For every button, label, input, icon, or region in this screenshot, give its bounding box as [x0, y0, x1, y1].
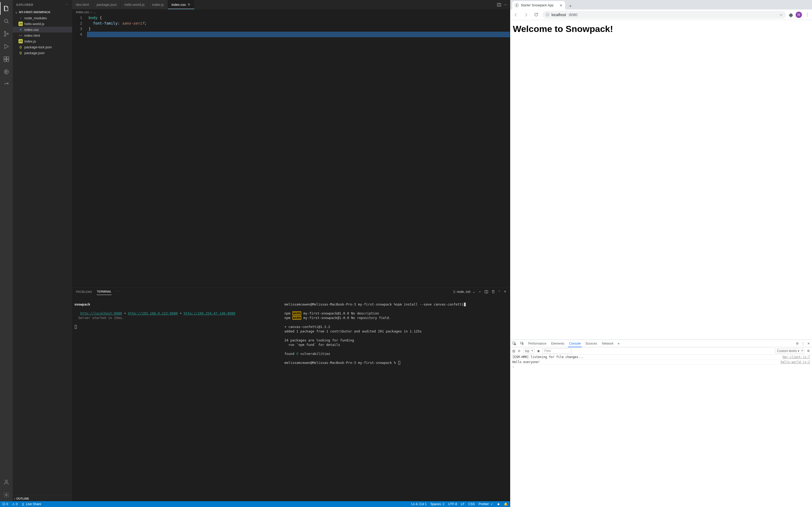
- term-text: npm: [285, 316, 292, 320]
- new-terminal-icon[interactable]: ＋: [478, 290, 481, 294]
- activity-account-icon[interactable]: [0, 476, 13, 489]
- status-lang[interactable]: CSS: [468, 502, 475, 506]
- terminal-link[interactable]: http://localhost:8080: [80, 311, 122, 315]
- devtools-settings-icon[interactable]: ⚙: [796, 342, 799, 345]
- term-text: added 1 package from 1 contributor and a…: [285, 329, 421, 333]
- status-feedback-icon[interactable]: ☻: [497, 502, 500, 506]
- chevron-down-icon: ⌄: [14, 11, 18, 14]
- devtools-tab-sources[interactable]: Sources: [585, 342, 598, 345]
- activity-run-icon[interactable]: [0, 40, 13, 53]
- panel-tabs: PROBLEMS TERMINAL ⋯ 1: node, zsh ⌄ ＋ ⌃ ✕: [72, 288, 510, 296]
- file-tree-item[interactable]: {}package.json: [13, 50, 72, 56]
- file-tree-item[interactable]: ›node_modules: [13, 15, 72, 21]
- outline-section[interactable]: › OUTLINE: [13, 495, 72, 501]
- editor-tab[interactable]: dex.html: [72, 0, 93, 9]
- terminal-selector[interactable]: 1: node, zsh ⌄: [453, 290, 475, 294]
- code-editor[interactable]: 1234 body { font-family: sans-serif;}: [72, 15, 510, 287]
- panel-tab-terminal[interactable]: TERMINAL: [97, 290, 111, 295]
- console-source-link[interactable]: hello-world.js:2: [780, 360, 810, 364]
- file-tree-item[interactable]: <>index.html: [13, 33, 72, 38]
- breadcrumb[interactable]: index.css › ...: [72, 9, 510, 15]
- editor-tab[interactable]: hello-world.js: [121, 0, 149, 9]
- reload-button[interactable]: [532, 11, 540, 18]
- devtools-close-icon[interactable]: ✕: [807, 342, 810, 345]
- explorer-more-icon[interactable]: ⋯: [65, 3, 69, 6]
- activity-extra1-icon[interactable]: [0, 65, 13, 78]
- file-tree-item[interactable]: JShello-world.js: [13, 21, 72, 27]
- console-levels-select[interactable]: Custom levels ▾: [775, 349, 804, 353]
- bookmark-icon[interactable]: ☆: [779, 13, 783, 17]
- console-clear-icon[interactable]: ⊘: [518, 349, 520, 353]
- file-tree-item[interactable]: #index.css: [13, 27, 72, 33]
- panel-tab-problems[interactable]: PROBLEMS: [76, 290, 92, 295]
- console-sidebar-toggle-icon[interactable]: ▤: [512, 349, 515, 353]
- terminal-body[interactable]: snowpack http://localhost:8080 • http://…: [72, 296, 510, 501]
- status-liveshare[interactable]: Live Share: [21, 502, 41, 506]
- activity-explorer-icon[interactable]: [0, 2, 13, 15]
- status-prettier[interactable]: Prettier: ✓: [478, 502, 493, 506]
- activity-extra2-icon[interactable]: [0, 78, 13, 91]
- editor-tab[interactable]: index.css✕: [168, 0, 195, 9]
- terminal-link[interactable]: http://192.168.0.122:8080: [128, 311, 177, 315]
- console-toolbar: ▤ ⊘ top ◉ Filter Custom levels ▾ ⚙: [510, 347, 812, 355]
- console-prompt[interactable]: ›: [510, 365, 812, 370]
- editor-tab[interactable]: index.js: [149, 0, 168, 9]
- device-toggle-icon[interactable]: [520, 341, 524, 345]
- devtools-more-tabs-icon[interactable]: »: [618, 342, 620, 345]
- devtools-tab-elements[interactable]: Elements: [551, 342, 565, 345]
- devtools-tab-performance[interactable]: Performance: [527, 342, 547, 345]
- console-context-select[interactable]: top: [523, 349, 535, 353]
- split-editor-icon[interactable]: [497, 3, 501, 7]
- close-tab-icon[interactable]: ✕: [188, 2, 191, 7]
- forward-button[interactable]: [522, 11, 530, 18]
- console-settings-icon[interactable]: ⚙: [807, 349, 810, 353]
- site-info-icon[interactable]: ⓘ: [546, 12, 549, 17]
- activity-settings-icon[interactable]: [0, 489, 13, 501]
- tabbar-actions: ⋯: [494, 0, 510, 9]
- chrome-tab[interactable]: Starter Snowpack App ✕: [512, 1, 565, 9]
- devtools-tab-network[interactable]: Network: [601, 342, 614, 345]
- chrome-menu-icon[interactable]: ⋮: [805, 12, 810, 17]
- terminal-link[interactable]: http://169.254.47.146:8080: [184, 311, 236, 315]
- extensions-icon[interactable]: [789, 13, 793, 17]
- console-live-icon[interactable]: ◉: [537, 349, 540, 353]
- close-panel-icon[interactable]: ✕: [504, 290, 506, 293]
- more-actions-icon[interactable]: ⋯: [504, 3, 507, 7]
- status-errors[interactable]: ⓧ 0: [2, 502, 8, 506]
- project-root[interactable]: ⌄ MY-FIRST-SNOWPACK: [13, 9, 72, 15]
- activity-search-icon[interactable]: [0, 15, 13, 27]
- status-ln-col[interactable]: Ln 4, Col 1: [411, 502, 426, 506]
- terminal-pane-left[interactable]: snowpack http://localhost:8080 • http://…: [72, 296, 282, 501]
- editor-tab-label: index.js: [152, 3, 164, 7]
- file-tree-item[interactable]: {}package-lock.json: [13, 44, 72, 50]
- file-tree-item[interactable]: JSindex.js: [13, 38, 72, 44]
- status-encoding[interactable]: UTF-8: [448, 502, 457, 506]
- devtools: PerformanceElementsConsoleSourcesNetwork…: [510, 340, 812, 507]
- svg-rect-5: [7, 57, 9, 59]
- json-file-icon: {}: [18, 45, 23, 49]
- inspect-icon[interactable]: [512, 341, 516, 345]
- close-tab-icon[interactable]: ✕: [560, 3, 562, 7]
- terminal-pane-right[interactable]: melissamcewen@Melissas-MacBook-Pro-3 my-…: [282, 296, 510, 501]
- status-warnings[interactable]: ⚠ 0: [12, 502, 18, 506]
- omnibox[interactable]: ⓘ localhost:8080 ☆: [542, 11, 786, 19]
- console-output[interactable]: [ESM-HMR] listening for file changes...h…: [510, 355, 812, 507]
- panel-more-icon[interactable]: ⋯: [116, 290, 119, 293]
- kill-terminal-icon[interactable]: [491, 290, 495, 294]
- status-spaces[interactable]: Spaces: 2: [430, 502, 444, 506]
- svg-rect-7: [7, 59, 9, 61]
- profile-avatar[interactable]: M: [796, 12, 802, 18]
- activity-source-control-icon[interactable]: [0, 27, 13, 40]
- console-source-link[interactable]: hmr-client.js:7: [782, 355, 810, 359]
- status-bell-icon[interactable]: 🔔: [504, 502, 508, 506]
- back-button[interactable]: [512, 11, 520, 18]
- activity-extensions-icon[interactable]: [0, 53, 13, 65]
- devtools-menu-icon[interactable]: ⋮: [801, 342, 805, 345]
- maximize-panel-icon[interactable]: ⌃: [498, 290, 501, 293]
- status-eol[interactable]: LF: [461, 502, 465, 506]
- split-terminal-icon[interactable]: [485, 290, 488, 294]
- editor-tab[interactable]: package.json: [93, 0, 121, 9]
- console-filter-input[interactable]: Filter: [542, 348, 571, 353]
- new-tab-button[interactable]: ＋: [567, 2, 574, 9]
- devtools-tab-console[interactable]: Console: [568, 342, 581, 345]
